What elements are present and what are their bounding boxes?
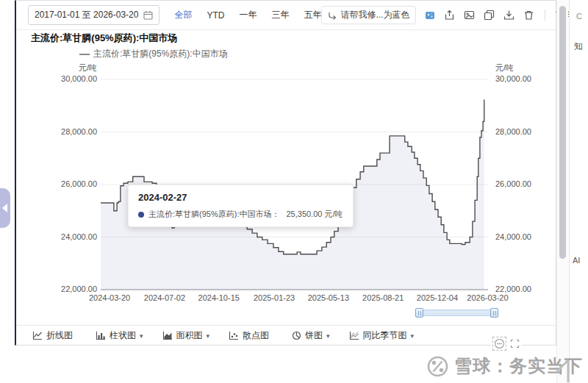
- bar-chart-button[interactable]: 柱状图 ▾: [96, 329, 143, 342]
- toolbar-right-tools: 请帮我修...为蓝色: [321, 6, 588, 24]
- right-panel-sliver: C 知 AI: [569, 0, 588, 383]
- y-axis-label: 28,000.00: [31, 127, 97, 136]
- y-axis-label: 26,000.00: [495, 179, 531, 188]
- tab-ytd[interactable]: YTD: [207, 10, 224, 21]
- tab-1y[interactable]: 一年: [239, 9, 257, 21]
- range-slider-track[interactable]: [422, 309, 492, 316]
- caret-down-icon: ▾: [411, 332, 415, 340]
- magic-icon[interactable]: [425, 10, 435, 21]
- tab-5y[interactable]: 五年: [304, 9, 321, 21]
- scatter-chart-icon: [229, 331, 239, 340]
- ai-prompt-text: 请帮我修...为蓝色: [340, 9, 409, 21]
- tooltip-series-dot: [138, 212, 144, 218]
- caret-down-icon: ▾: [326, 332, 330, 340]
- chart-legend[interactable]: 主流价:草甘膦(95%原药):中国市场: [79, 48, 228, 60]
- y-axis-label: 30,000.00: [495, 74, 531, 83]
- pie-chart-icon: [292, 331, 301, 340]
- chart-title: 主流价:草甘膦(95%原药):中国市场: [31, 32, 177, 45]
- line-chart-icon: [32, 331, 43, 340]
- expand-icon[interactable]: [510, 339, 520, 348]
- reply-arrow-icon: [328, 11, 337, 20]
- floating-controls: [491, 335, 521, 352]
- y-axis-unit-left: 元/吨: [31, 62, 97, 74]
- x-axis-label: 2026-03-20: [456, 293, 518, 302]
- copy-icon[interactable]: [484, 10, 495, 21]
- tooltip-series-name: 主流价:草甘膦(95%原药):中国市场：: [148, 209, 279, 220]
- y-axis-label: 26,000.00: [31, 179, 97, 188]
- period-tabs: 全部 YTD 一年 三年 五年: [174, 9, 321, 21]
- scatter-chart-button[interactable]: 散点图: [229, 329, 273, 342]
- clipped-text-fragment: AI: [573, 256, 580, 265]
- x-axis-label: 2025-01-23: [243, 293, 305, 302]
- date-range-picker[interactable]: 2017-01-01 至 2026-03-20: [28, 5, 159, 25]
- toolbar-divider: [545, 10, 545, 21]
- clipped-text-fragment: C: [576, 12, 582, 21]
- x-axis-label: 2024-07-02: [134, 293, 196, 302]
- ai-prompt-chip[interactable]: 请帮我修...为蓝色: [321, 6, 416, 24]
- legend-label: 主流价:草甘膦(95%原药):中国市场: [93, 48, 228, 60]
- chart-panel: 2017-01-01 至 2026-03-20 全部 YTD 一年 三年 五年 …: [15, 0, 556, 346]
- pie-chart-button[interactable]: 饼图 ▾: [292, 329, 330, 342]
- range-slider-handle-right[interactable]: [490, 308, 498, 318]
- xueqiu-logo-icon: [426, 355, 449, 378]
- clipped-text-fragment: 知: [574, 40, 583, 53]
- y-axis-unit-right: 元/吨: [495, 62, 514, 74]
- download-icon[interactable]: [503, 10, 514, 21]
- clipped-glyph: [553, 356, 584, 383]
- caret-down-icon: ▾: [207, 332, 210, 340]
- date-range-text: 2017-01-01 至 2026-03-20: [35, 9, 138, 21]
- y-axis-label: 30,000.00: [31, 74, 97, 83]
- scrollbar-track[interactable]: [556, 0, 568, 383]
- collapse-handle[interactable]: [0, 188, 10, 228]
- x-axis-label: 2024-10-15: [188, 293, 250, 302]
- line-chart-button[interactable]: 折线图: [32, 329, 76, 342]
- area-chart-icon: [162, 331, 173, 340]
- seasonal-chart-button[interactable]: 同比季节图 ▾: [349, 329, 415, 342]
- caret-down-icon: ▾: [140, 332, 143, 340]
- tooltip-date: 2024-02-27: [138, 192, 343, 203]
- scrollbar-thumb[interactable]: [559, 6, 566, 259]
- x-axis-label: 2025-08-21: [352, 293, 414, 302]
- page: 2017-01-01 至 2026-03-20 全部 YTD 一年 三年 五年 …: [0, 0, 588, 383]
- image-icon[interactable]: [464, 10, 475, 21]
- tab-3y[interactable]: 三年: [271, 9, 289, 21]
- collapse-arrow-icon: [2, 204, 7, 212]
- y-axis-label: 24,000.00: [495, 232, 531, 241]
- tooltip-value: 25,350.00 元/吨: [286, 209, 343, 220]
- range-slider-handle-left[interactable]: [415, 308, 423, 318]
- x-axis-label: 2025-05-13: [298, 293, 359, 302]
- chart-tooltip: 2024-02-27 主流价:草甘膦(95%原药):中国市场： 25,350.0…: [128, 185, 354, 227]
- area-chart-button[interactable]: 面积图 ▾: [162, 329, 210, 342]
- range-slider: [415, 308, 498, 318]
- y-axis-label: 22,000.00: [495, 284, 531, 293]
- circle-badge-icon[interactable]: [492, 337, 506, 351]
- y-axis-label: 22,000.00: [31, 284, 97, 293]
- trash-icon[interactable]: [523, 10, 534, 21]
- share-icon[interactable]: [444, 10, 455, 21]
- tab-all[interactable]: 全部: [174, 9, 192, 21]
- x-axis-label: 2024-03-20: [79, 293, 140, 302]
- y-axis-label: 24,000.00: [31, 232, 97, 241]
- bar-chart-icon: [96, 331, 106, 340]
- top-toolbar: 2017-01-01 至 2026-03-20 全部 YTD 一年 三年 五年 …: [16, 1, 556, 30]
- calendar-icon: [143, 10, 153, 20]
- chart-type-toolbar: 折线图 柱状图 ▾ 面积图 ▾ 散点图: [16, 325, 556, 346]
- legend-line-icon: [79, 54, 90, 55]
- y-axis-label: 28,000.00: [495, 127, 531, 136]
- seasonal-chart-icon: [349, 331, 359, 340]
